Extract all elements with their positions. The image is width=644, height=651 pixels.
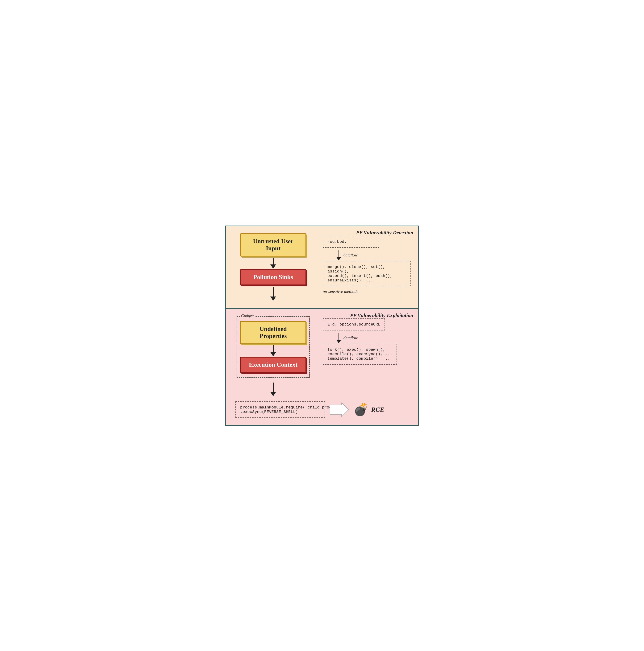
section-exploitation-label: PP Vulnerability Exploitation: [350, 312, 413, 318]
rce-label: RCE: [371, 406, 384, 413]
dataflow-head-bottom: [336, 340, 341, 343]
svg-marker-0: [330, 403, 349, 417]
section-exploitation-inner: Gadgets Undefined Properties Execution C…: [233, 316, 411, 397]
dataflow-label-bottom: dataflow: [344, 336, 358, 340]
annotation-sourcurl: E.g. options.sourceURL: [323, 318, 385, 331]
result-area: process.mainModule.require(`child_proces…: [233, 401, 411, 418]
arrow-exec-to-result: [270, 382, 276, 396]
arrow-undefined-to-exec: [270, 345, 276, 356]
section-detection: PP Vulnerability Detection Untrusted Use…: [226, 226, 418, 309]
pp-sensitive-label: pp-sensitive methods: [323, 289, 358, 294]
section-exploitation: PP Vulnerability Exploitation Gadgets Un…: [226, 309, 418, 425]
execution-context-box: Execution Context: [240, 357, 306, 373]
dataflow-line-top: [339, 250, 339, 257]
detection-annotation-col: req.body dataflow merge(), clone(), set(…: [313, 233, 411, 301]
dataflow-arrow-bottom: dataflow: [323, 332, 411, 344]
dataflow-arrow-top: dataflow: [323, 250, 411, 261]
arrow-head-2: [270, 297, 276, 301]
arrow-line-3: [273, 345, 274, 352]
dataflow-line-bottom: [339, 333, 339, 340]
exploitation-flow-col: Gadgets Undefined Properties Execution C…: [233, 316, 313, 397]
gadgets-label: Gadgets: [240, 313, 256, 318]
arrow-head-4: [270, 392, 276, 396]
arrow-head-1: [270, 265, 276, 269]
arrow-head-3: [270, 352, 276, 356]
arrow-input-to-sinks: [270, 257, 276, 269]
annotation-exploit-methods: fork(), exec(), spawn(), execFile(), exe…: [323, 344, 397, 365]
result-command-box: process.mainModule.require(`child_proces…: [235, 401, 325, 418]
bomb-icon: 💣: [353, 402, 369, 417]
gadgets-box: Gadgets Undefined Properties Execution C…: [237, 316, 310, 378]
dataflow-label-top: dataflow: [344, 253, 358, 258]
undefined-properties-box: Undefined Properties: [240, 321, 306, 344]
arrow-line-2: [273, 287, 274, 297]
arrow-line-4: [273, 382, 274, 392]
rce-group: 💣 RCE: [353, 402, 384, 417]
detection-flow-col: Untrusted User Input Pollution Sinks: [233, 233, 313, 301]
diagram-wrapper: PP Vulnerability Detection Untrusted Use…: [225, 225, 419, 426]
pollution-sinks-box: Pollution Sinks: [240, 269, 306, 285]
arrow-sinks-to-bottom: [270, 287, 276, 301]
right-arrow-icon: [330, 403, 349, 417]
big-arrow-right: [330, 403, 349, 417]
section-detection-label: PP Vulnerability Detection: [356, 229, 413, 236]
dataflow-head-top: [336, 257, 341, 260]
annotation-pp-methods: merge(), clone(), set(), assign(), exten…: [323, 261, 411, 286]
untrusted-input-box: Untrusted User Input: [240, 233, 306, 256]
gadgets-inner: Undefined Properties Execution Context: [242, 321, 304, 373]
section-detection-inner: Untrusted User Input Pollution Sinks: [233, 233, 411, 301]
arrow-line-1: [273, 257, 274, 265]
exploitation-annotation-col: E.g. options.sourceURL dataflow fork(), …: [313, 316, 411, 397]
annotation-req-body: req.body: [323, 236, 379, 248]
